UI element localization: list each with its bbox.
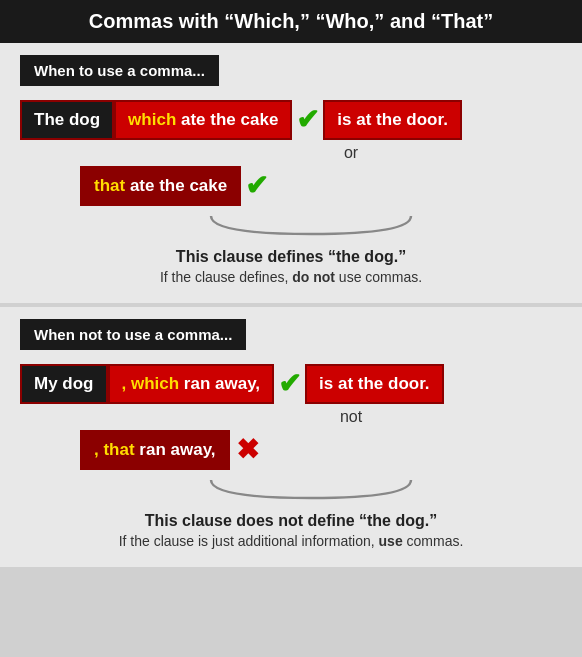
cell-which-clause-2: , which ran away, [108, 364, 275, 404]
not-text: not [140, 408, 562, 426]
title-text: Commas with “Which,” “Who,” and “That” [89, 10, 493, 32]
desc1-sub: If the clause defines, do not use commas… [20, 269, 562, 285]
cell-which-clause-1: which ate the cake [114, 100, 292, 140]
section2-label: When not to use a comma... [20, 319, 246, 350]
cell-result-2: is at the door. [305, 364, 444, 404]
brace-svg-1 [181, 212, 441, 240]
check-icon-1: ✔ [296, 106, 319, 134]
desc1-main: This clause defines “the dog.” [20, 248, 562, 266]
brace-2 [60, 476, 562, 504]
section1-label: When to use a comma... [20, 55, 219, 86]
desc-1: This clause defines “the dog.” If the cl… [20, 248, 562, 285]
sentence-row-1: The dog which ate the cake ✔ is at the d… [20, 100, 562, 140]
keyword-that-2: , that [94, 440, 135, 459]
check-icon-2: ✔ [245, 172, 268, 200]
cell-that-clause-1: that ate the cake [80, 166, 241, 206]
page-title: Commas with “Which,” “Who,” and “That” [0, 0, 582, 43]
cell-result-1: is at the door. [323, 100, 462, 140]
cross-icon: ✖ [236, 436, 259, 464]
desc2-main: This clause does not define “the dog.” [20, 512, 562, 530]
brace-1 [60, 212, 562, 240]
keyword-that: that [94, 176, 125, 195]
cell-subject-2: My dog [20, 364, 108, 404]
cell-subject-1: The dog [20, 100, 114, 140]
main-container: Commas with “Which,” “Who,” and “That” W… [0, 0, 582, 567]
desc-2: This clause does not define “the dog.” I… [20, 512, 562, 549]
cell-that-clause-2: , that ran away, [80, 430, 230, 470]
or-text: or [140, 144, 562, 162]
section-when-to-use: When to use a comma... The dog which ate… [0, 43, 582, 307]
sentence-row-2: My dog , which ran away, ✔ is at the doo… [20, 364, 562, 404]
keyword-which-2: , which [122, 374, 180, 393]
keyword-which: which [128, 110, 176, 129]
brace-svg-2 [181, 476, 441, 504]
alt-row-2: , that ran away, ✖ [80, 430, 562, 470]
desc2-sub: If the clause is just additional informa… [20, 533, 562, 549]
section-when-not-to-use: When not to use a comma... My dog , whic… [0, 307, 582, 567]
alt-row-1: that ate the cake ✔ [80, 166, 562, 206]
check-icon-3: ✔ [278, 370, 301, 398]
